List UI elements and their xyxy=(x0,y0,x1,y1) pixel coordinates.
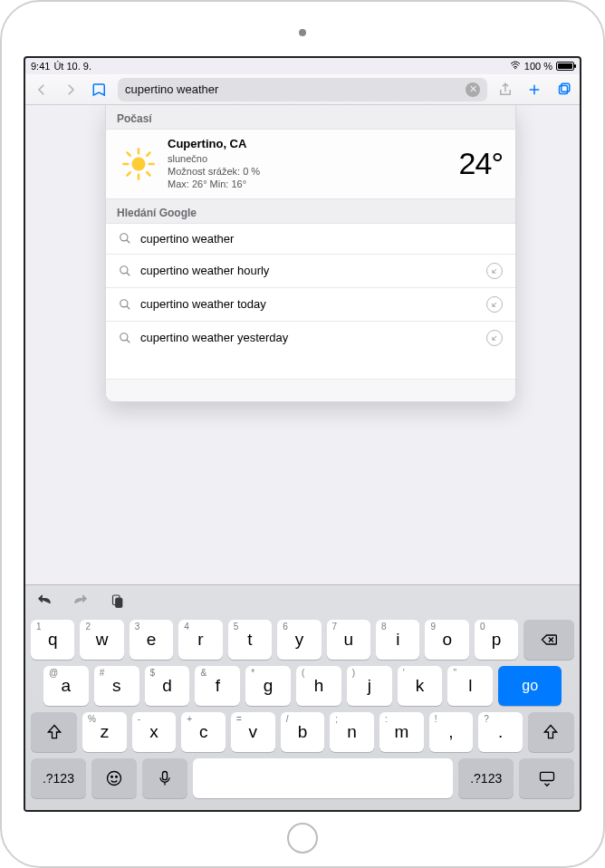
dictation-key[interactable] xyxy=(142,758,187,798)
shift-key-left[interactable] xyxy=(31,712,77,752)
weather-card[interactable]: Cupertino, CA slunečno Možnost srážek: 0… xyxy=(106,130,515,199)
tabs-button[interactable] xyxy=(552,79,574,101)
suggestion-text: cupertino weather xyxy=(140,232,503,246)
key-z[interactable]: %z xyxy=(82,712,127,752)
svg-rect-3 xyxy=(560,85,568,93)
status-bar: 9:41 Út 10. 9. 100 % xyxy=(25,58,580,74)
weather-temp: 24° xyxy=(459,146,503,181)
svg-rect-4 xyxy=(562,83,570,92)
weather-high-low: Max: 26° Min: 16° xyxy=(168,178,459,190)
svg-line-18 xyxy=(493,269,496,273)
forward-button[interactable] xyxy=(60,79,82,101)
key-k[interactable]: 'k xyxy=(398,666,443,706)
fill-suggestion-button[interactable] xyxy=(486,263,503,279)
svg-line-23 xyxy=(127,340,130,343)
home-button[interactable] xyxy=(287,823,318,854)
key-v[interactable]: =v xyxy=(231,712,275,752)
key-a[interactable]: @a xyxy=(43,666,89,706)
svg-point-0 xyxy=(514,68,516,70)
svg-line-12 xyxy=(128,172,130,175)
key-j[interactable]: )j xyxy=(347,666,392,706)
search-icon xyxy=(119,298,131,311)
suggestion-text: cupertino weather today xyxy=(140,297,477,311)
suggestion-row[interactable]: cupertino weather today xyxy=(106,288,515,322)
fill-suggestion-button[interactable] xyxy=(486,330,503,346)
svg-point-5 xyxy=(132,157,146,170)
svg-line-15 xyxy=(127,240,130,244)
weather-condition: slunečno xyxy=(168,152,459,165)
search-input[interactable] xyxy=(125,82,460,96)
svg-line-11 xyxy=(147,172,149,175)
svg-point-31 xyxy=(115,776,117,778)
suggestion-row[interactable]: cupertino weather hourly xyxy=(106,255,515,288)
new-tab-button[interactable] xyxy=(523,79,545,101)
backspace-key[interactable] xyxy=(523,620,574,660)
key-b[interactable]: /b xyxy=(281,712,325,752)
key-c[interactable]: +c xyxy=(181,712,226,752)
weather-precip: Možnost srážek: 0 % xyxy=(168,165,459,178)
fill-suggestion-button[interactable] xyxy=(486,296,503,313)
key-e[interactable]: 3e xyxy=(130,620,173,660)
shift-key-right[interactable] xyxy=(528,712,574,752)
key-y[interactable]: 6y xyxy=(277,620,321,660)
bookmarks-button[interactable] xyxy=(89,79,110,101)
key-l[interactable]: "l xyxy=(447,666,493,706)
svg-line-20 xyxy=(127,306,130,310)
key-x[interactable]: -x xyxy=(132,712,177,752)
svg-rect-32 xyxy=(162,772,167,780)
numbers-key[interactable]: .?123 xyxy=(31,758,86,798)
key-m[interactable]: :m xyxy=(379,712,424,752)
back-button[interactable] xyxy=(31,79,53,101)
hide-keyboard-key[interactable] xyxy=(519,758,574,798)
key-.[interactable]: ?. xyxy=(478,712,523,752)
search-icon xyxy=(119,265,131,277)
key-d[interactable]: $d xyxy=(145,666,190,706)
key-g[interactable]: *g xyxy=(245,666,291,706)
wifi-icon xyxy=(510,61,521,72)
key-t[interactable]: 5t xyxy=(228,620,272,660)
undo-button[interactable] xyxy=(34,591,54,611)
key-n[interactable]: ;n xyxy=(330,712,374,752)
page-content: Počasí xyxy=(25,105,580,584)
svg-line-10 xyxy=(128,152,130,155)
key-o[interactable]: 9o xyxy=(425,620,468,660)
weather-details: Cupertino, CA slunečno Možnost srážek: 0… xyxy=(168,137,459,191)
svg-line-17 xyxy=(127,273,130,276)
key-r[interactable]: 4r xyxy=(178,620,222,660)
key-p[interactable]: 0p xyxy=(475,620,518,660)
numbers-key-right[interactable]: .?123 xyxy=(458,758,514,798)
keyboard-toolbar xyxy=(25,585,580,616)
browser-toolbar: ✕ xyxy=(25,74,580,105)
go-key[interactable]: go xyxy=(498,666,562,706)
weather-city: Cupertino, CA xyxy=(168,137,459,152)
key-w[interactable]: 2w xyxy=(80,620,123,660)
keyboard: 1q2w3e4r5t6y7u8i9o0p @a#s$d&f*g(h)j'k"lg… xyxy=(25,584,580,810)
dropdown-tail xyxy=(106,380,515,401)
key-i[interactable]: 8i xyxy=(376,620,419,660)
weather-section-header: Počasí xyxy=(106,105,515,130)
key-u[interactable]: 7u xyxy=(327,620,370,660)
key-q[interactable]: 1q xyxy=(31,620,74,660)
suggestion-row[interactable]: cupertino weather xyxy=(106,224,515,255)
redo-button[interactable] xyxy=(71,591,91,611)
status-date: Út 10. 9. xyxy=(53,61,91,72)
clear-input-button[interactable]: ✕ xyxy=(466,82,480,97)
suggestion-spacer xyxy=(106,354,515,380)
space-key[interactable] xyxy=(193,758,454,798)
svg-point-14 xyxy=(120,234,128,241)
key-h[interactable]: (h xyxy=(296,666,341,706)
emoji-key[interactable] xyxy=(91,758,137,798)
battery-percent: 100 % xyxy=(524,61,552,72)
svg-point-16 xyxy=(120,266,128,274)
share-button[interactable] xyxy=(495,79,516,101)
svg-point-30 xyxy=(110,776,112,778)
suggestion-row[interactable]: cupertino weather yesterday xyxy=(106,322,515,354)
address-bar[interactable]: ✕ xyxy=(118,78,487,101)
svg-point-29 xyxy=(107,772,120,786)
svg-line-21 xyxy=(493,303,496,306)
search-icon xyxy=(119,332,131,344)
key-s[interactable]: #s xyxy=(94,666,139,706)
key-,[interactable]: !, xyxy=(429,712,474,752)
key-f[interactable]: &f xyxy=(195,666,240,706)
paste-button[interactable] xyxy=(107,591,127,611)
